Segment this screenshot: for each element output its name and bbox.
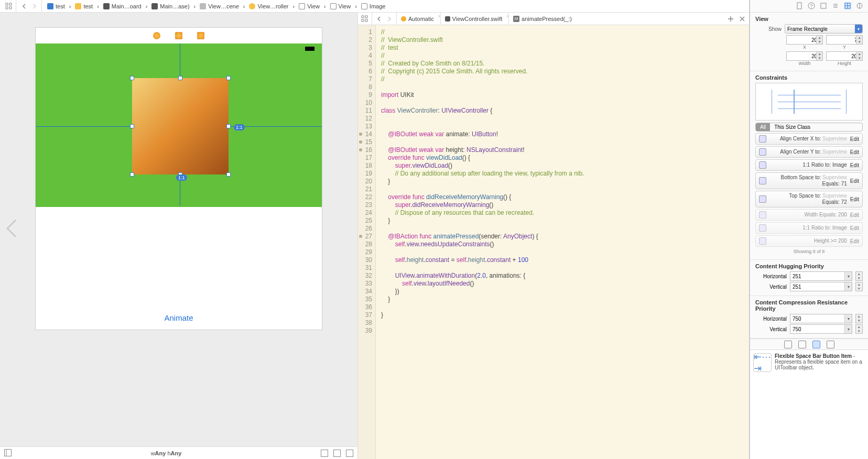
scene-dock[interactable] bbox=[36, 32, 322, 39]
resize-handle[interactable] bbox=[130, 76, 134, 80]
edit-button[interactable]: Edit bbox=[850, 225, 859, 231]
svg-rect-9 bbox=[365, 19, 367, 21]
assistant-editor-pane: Automatic › ViewController.swift › Manim… bbox=[358, 13, 749, 459]
breadcrumb-item[interactable]: View…cene bbox=[199, 3, 240, 9]
constraint-row[interactable]: Width Equals: 200Edit bbox=[755, 209, 863, 221]
constraint-row[interactable]: 1:1 Ratio to: ImageEdit bbox=[755, 159, 863, 171]
close-assistant-icon[interactable] bbox=[739, 15, 746, 23]
device-canvas[interactable]: 1:1 1:1 Animate bbox=[35, 27, 322, 330]
align-tool-icon[interactable] bbox=[321, 450, 328, 457]
pin-tool-icon[interactable] bbox=[333, 450, 341, 457]
resize-handle[interactable] bbox=[226, 76, 231, 80]
svg-rect-2 bbox=[6, 7, 8, 9]
size-class-segment[interactable]: All This Size Class bbox=[755, 123, 863, 132]
connection-dot[interactable] bbox=[359, 148, 362, 151]
connections-inspector-icon[interactable] bbox=[856, 2, 864, 10]
y-input[interactable]: 72▴▾ bbox=[826, 35, 863, 45]
constraint-row[interactable]: 1:1 Ratio to: ImageEdit bbox=[755, 222, 863, 234]
resolve-tool-icon[interactable] bbox=[346, 450, 353, 457]
method-crumb[interactable]: ManimatePressed(_:) bbox=[512, 16, 573, 22]
svg-rect-8 bbox=[362, 19, 364, 21]
breadcrumb-item[interactable]: Image bbox=[360, 3, 387, 9]
size-class-w-value[interactable]: Any bbox=[155, 450, 166, 456]
identity-inspector-icon[interactable] bbox=[820, 2, 828, 10]
scene-back-arrow[interactable] bbox=[3, 218, 20, 241]
ratio-badge[interactable]: 1:1 bbox=[176, 174, 187, 181]
line-gutter[interactable]: 1234567891011121314151617181920212223242… bbox=[358, 25, 376, 459]
svg-rect-0 bbox=[6, 3, 8, 5]
svg-rect-6 bbox=[362, 16, 364, 18]
hugging-v-input[interactable]: 251▾ bbox=[790, 282, 852, 291]
compression-v-input[interactable]: 750▾ bbox=[790, 324, 852, 334]
first-responder-icon[interactable] bbox=[175, 32, 182, 39]
resize-handle[interactable] bbox=[130, 124, 134, 128]
object-library-tab-icon[interactable] bbox=[812, 341, 820, 348]
animate-button[interactable]: Animate bbox=[36, 313, 322, 322]
size-inspector-icon[interactable] bbox=[844, 2, 852, 10]
constraint-row[interactable]: Align Center X to: SuperviewEdit bbox=[755, 133, 863, 145]
breadcrumb-item[interactable]: test bbox=[46, 3, 66, 9]
breadcrumb-item[interactable]: test bbox=[74, 3, 94, 9]
constraint-count-label: Showing 8 of 8 bbox=[755, 249, 863, 254]
file-crumb[interactable]: ViewController.swift bbox=[444, 16, 504, 22]
related-items-icon[interactable] bbox=[5, 3, 13, 10]
show-label: Show bbox=[755, 26, 782, 32]
svg-rect-1 bbox=[9, 3, 12, 5]
show-select[interactable]: Frame Rectangle▾ bbox=[785, 24, 863, 34]
edit-button[interactable]: Edit bbox=[850, 212, 859, 218]
constraint-row[interactable]: Height >= 200Edit bbox=[755, 235, 863, 247]
breadcrumb-item[interactable]: Main…ase) bbox=[150, 3, 190, 9]
file-inspector-icon[interactable] bbox=[796, 2, 804, 10]
height-input[interactable]: 200▴▾ bbox=[826, 51, 863, 61]
exit-icon[interactable] bbox=[197, 32, 204, 39]
attributes-inspector-icon[interactable] bbox=[832, 2, 840, 10]
back-icon[interactable] bbox=[20, 3, 28, 10]
ratio-badge[interactable]: 1:1 bbox=[234, 124, 245, 130]
resize-handle[interactable] bbox=[130, 172, 134, 177]
viewcontroller-icon[interactable] bbox=[153, 32, 160, 39]
width-input[interactable]: 200▴▾ bbox=[786, 51, 823, 61]
edit-button[interactable]: Edit bbox=[850, 149, 859, 155]
compression-h-input[interactable]: 750▾ bbox=[790, 314, 852, 323]
breadcrumb-item[interactable]: View…roller bbox=[248, 3, 289, 9]
svg-rect-10 bbox=[797, 3, 801, 9]
code-area[interactable]: // // ViewController.swift // test // //… bbox=[376, 25, 749, 459]
code-snippet-tab-icon[interactable] bbox=[798, 341, 806, 348]
svg-rect-3 bbox=[9, 7, 12, 9]
add-assistant-icon[interactable] bbox=[727, 15, 734, 23]
constraint-preview[interactable] bbox=[755, 83, 863, 121]
resize-handle[interactable] bbox=[226, 172, 231, 177]
auto-crumb[interactable]: Automatic bbox=[400, 16, 435, 22]
edit-button[interactable]: Edit bbox=[850, 136, 859, 142]
connection-dot[interactable] bbox=[359, 133, 362, 136]
breadcrumb-item[interactable]: View bbox=[298, 3, 321, 9]
edit-button[interactable]: Edit bbox=[850, 178, 859, 184]
connection-dot[interactable] bbox=[359, 140, 362, 144]
breadcrumb-item[interactable]: Main…oard bbox=[102, 3, 143, 9]
edit-button[interactable]: Edit bbox=[850, 238, 859, 244]
constraint-row[interactable]: Align Center Y to: SuperviewEdit bbox=[755, 146, 863, 158]
x-input[interactable]: 200▴▾ bbox=[786, 35, 823, 45]
hugging-h-input[interactable]: 251▾ bbox=[790, 271, 852, 281]
image-view[interactable] bbox=[132, 78, 229, 174]
forward-icon[interactable] bbox=[386, 15, 393, 23]
media-library-tab-icon[interactable] bbox=[827, 341, 834, 348]
help-inspector-icon[interactable]: ? bbox=[808, 2, 816, 10]
document-outline-toggle[interactable] bbox=[4, 449, 12, 457]
constraint-row[interactable]: Bottom Space to: SuperviewEquals: 71Edit bbox=[755, 172, 863, 189]
resize-handle[interactable] bbox=[226, 124, 231, 128]
back-icon[interactable] bbox=[375, 15, 383, 23]
resize-handle[interactable] bbox=[178, 76, 182, 80]
view-section-title: View bbox=[755, 16, 863, 22]
connection-dot[interactable] bbox=[359, 235, 362, 238]
edit-button[interactable]: Edit bbox=[850, 162, 859, 168]
library-item[interactable]: ⇤⋯⇥ Flexible Space Bar Button Item - Rep… bbox=[750, 350, 868, 459]
edit-button[interactable]: Edit bbox=[850, 196, 859, 202]
forward-icon[interactable] bbox=[31, 3, 38, 10]
constraint-row[interactable]: Top Space to: SuperviewEquals: 72Edit bbox=[755, 191, 863, 207]
size-class-h-value[interactable]: Any bbox=[171, 450, 182, 456]
hugging-title: Content Hugging Priority bbox=[755, 263, 863, 269]
related-items-icon[interactable] bbox=[361, 15, 368, 23]
file-template-tab-icon[interactable] bbox=[784, 341, 792, 348]
breadcrumb-item[interactable]: View bbox=[329, 3, 352, 9]
